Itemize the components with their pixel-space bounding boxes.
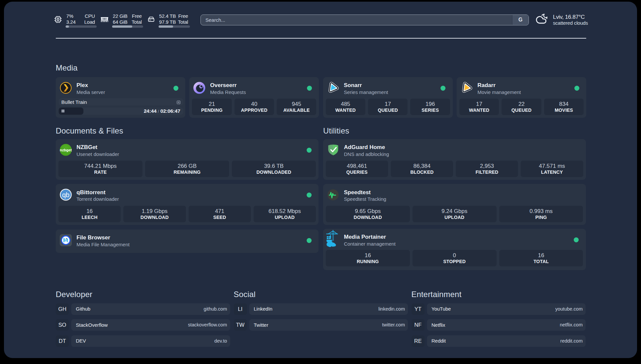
svg-text:qb: qb xyxy=(62,191,69,198)
svg-text:nzbget: nzbget xyxy=(60,148,72,152)
